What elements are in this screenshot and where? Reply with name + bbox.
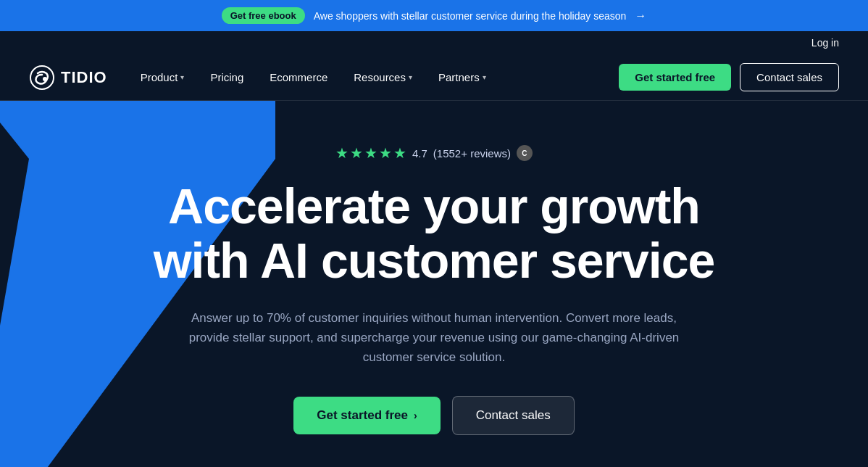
nav-get-started-button[interactable]: Get started free [619,64,731,91]
logo-icon [29,65,55,91]
nav-resources[interactable]: Resources ▾ [342,65,424,89]
hero-title-line2: with AI customer service [154,233,715,288]
partners-chevron-icon: ▾ [483,73,486,81]
hero-title-line1: Accelerate your growth [168,178,700,233]
resources-chevron-icon: ▾ [409,73,412,81]
star-2: ★ [350,144,363,162]
hero-title: Accelerate your growth with AI customer … [154,179,715,288]
svg-point-0 [30,66,54,89]
hero-contact-sales-button[interactable]: Contact sales [452,396,575,435]
navbar: TIDIO Product ▾ Pricing Ecommerce Resour… [0,54,868,101]
rating-value: 4.7 [412,147,427,160]
stars: ★ ★ ★ ★ ★ [335,144,406,162]
rating-row: ★ ★ ★ ★ ★ 4.7 (1552+ reviews) C [154,144,715,162]
ebook-badge[interactable]: Get free ebook [222,7,305,24]
star-5: ★ [393,144,406,162]
svg-point-1 [43,77,47,81]
nav-ecommerce[interactable]: Ecommerce [258,65,339,89]
logo-text: TIDIO [61,68,107,87]
capterra-icon: C [517,145,533,161]
hero-subtitle: Answer up to 70% of customer inquiries w… [188,308,680,368]
nav-pricing[interactable]: Pricing [199,65,255,89]
star-3: ★ [364,144,377,162]
hero-section: ★ ★ ★ ★ ★ 4.7 (1552+ reviews) C Accelera… [0,101,868,467]
arrow-icon: › [414,410,417,421]
hero-content: ★ ★ ★ ★ ★ 4.7 (1552+ reviews) C Accelera… [154,144,715,435]
product-chevron-icon: ▾ [180,73,184,81]
nav-partners[interactable]: Partners ▾ [427,65,498,89]
nav-actions: Get started free Contact sales [619,63,839,91]
hero-actions: Get started free › Contact sales [154,396,715,435]
star-4: ★ [379,144,392,162]
star-1: ★ [335,144,349,162]
login-bar: Log in [0,31,868,54]
banner-message: Awe shoppers with stellar customer servi… [314,10,627,22]
login-link[interactable]: Log in [811,37,839,49]
nav-items: Product ▾ Pricing Ecommerce Resources ▾ … [129,65,619,89]
hero-get-started-button[interactable]: Get started free › [293,397,440,434]
nav-product[interactable]: Product ▾ [129,65,196,89]
top-banner: Get free ebook Awe shoppers with stellar… [0,0,868,31]
logo[interactable]: TIDIO [29,65,107,91]
rating-reviews: (1552+ reviews) [433,147,511,160]
nav-contact-sales-button[interactable]: Contact sales [740,63,839,91]
banner-arrow: → [635,9,646,22]
